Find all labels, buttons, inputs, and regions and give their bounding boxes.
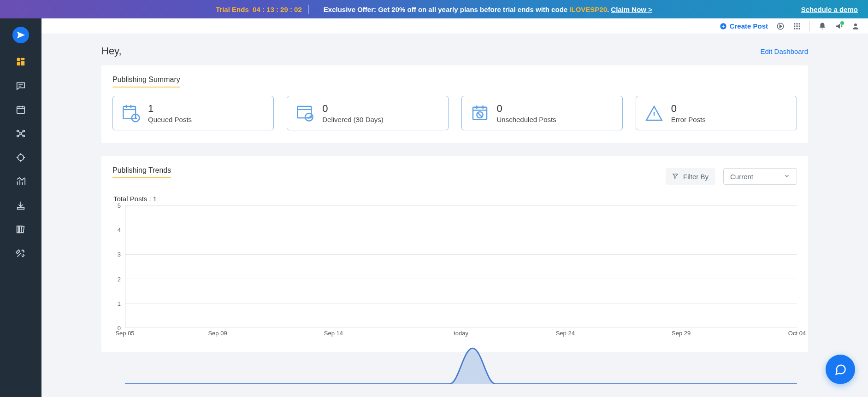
offer-text: Exclusive Offer: Get 20% off on all year…	[324, 6, 652, 13]
nav-library-icon[interactable]	[15, 224, 26, 235]
card-value: 0	[671, 103, 706, 115]
play-icon[interactable]	[776, 22, 785, 30]
promo-code: ILOVESP20	[569, 6, 607, 13]
greeting: Hey,	[101, 45, 122, 57]
y-tick: 3	[118, 251, 121, 258]
svg-point-9	[23, 130, 25, 132]
nav-network-icon[interactable]	[15, 128, 26, 139]
trends-chart: 012345 Sep 05Sep 09Sep 14todaySep 24Sep …	[113, 205, 797, 339]
svg-rect-14	[17, 226, 19, 233]
card-value: 0	[497, 103, 556, 115]
x-tick: today	[454, 330, 468, 337]
queued-posts-card[interactable]: 1Queued Posts	[112, 96, 274, 130]
svg-rect-19	[797, 23, 798, 24]
trial-countdown: 04 : 13 : 29 : 02	[253, 6, 302, 13]
summary-title: Publishing Summary	[112, 76, 180, 88]
svg-rect-3	[21, 58, 24, 60]
y-tick: 2	[118, 275, 121, 282]
nav-tools-icon[interactable]	[15, 248, 26, 259]
x-tick: Sep 09	[208, 330, 227, 337]
x-tick: Sep 14	[324, 330, 343, 337]
filter-by-button[interactable]: Filter By	[666, 168, 715, 185]
trial-banner: Trial Ends 04 : 13 : 29 : 02 Exclusive O…	[0, 0, 868, 18]
x-tick: Sep 29	[672, 330, 691, 337]
svg-rect-23	[799, 25, 800, 27]
svg-rect-4	[21, 61, 24, 65]
svg-rect-21	[794, 25, 795, 27]
announcement-icon[interactable]	[835, 22, 843, 30]
y-tick: 1	[118, 300, 121, 307]
x-tick: Sep 05	[115, 330, 134, 337]
card-label: Error Posts	[671, 116, 706, 123]
svg-rect-28	[123, 106, 136, 119]
topbar-divider	[809, 21, 810, 31]
trial-ends-label: Trial Ends 04 : 13 : 29 : 02	[216, 6, 302, 13]
nav-download-icon[interactable]	[15, 200, 26, 211]
publishing-trends-panel: Publishing Trends Filter By Current Tota…	[101, 156, 808, 352]
svg-rect-2	[17, 58, 20, 61]
claim-now-link[interactable]: Claim Now >	[611, 6, 652, 13]
svg-rect-13	[18, 208, 24, 210]
trends-title: Publishing Trends	[112, 166, 171, 178]
svg-rect-18	[794, 23, 795, 24]
nav-dashboard-icon[interactable]	[15, 56, 26, 67]
svg-point-12	[18, 155, 24, 161]
y-tick: 5	[118, 202, 121, 209]
svg-rect-30	[298, 106, 312, 118]
delivered-card[interactable]: 0Delivered (30 Days)	[287, 96, 448, 130]
card-label: Delivered (30 Days)	[322, 116, 384, 123]
schedule-demo-link[interactable]: Schedule a demo	[797, 6, 858, 13]
chevron-down-icon	[784, 173, 790, 181]
svg-rect-5	[17, 62, 20, 65]
app-logo[interactable]	[12, 27, 29, 43]
svg-point-10	[17, 135, 19, 137]
warning-icon	[644, 104, 664, 123]
unscheduled-card[interactable]: 0Unscheduled Posts	[461, 96, 623, 130]
sidebar	[0, 18, 41, 397]
apps-grid-icon[interactable]	[793, 22, 801, 30]
svg-point-8	[17, 130, 19, 132]
bell-icon[interactable]	[818, 22, 827, 30]
nav-analytics-icon[interactable]	[15, 176, 26, 187]
chat-fab[interactable]	[826, 355, 855, 384]
card-value: 0	[322, 103, 384, 115]
card-label: Queued Posts	[148, 116, 192, 123]
edit-dashboard-link[interactable]: Edit Dashboard	[761, 47, 808, 55]
profile-icon[interactable]	[851, 22, 860, 30]
svg-rect-6	[17, 107, 25, 114]
svg-rect-20	[799, 23, 800, 24]
svg-rect-24	[794, 28, 795, 29]
nav-target-icon[interactable]	[15, 152, 26, 163]
publishing-summary-panel: Publishing Summary 1Queued Posts 0Delive…	[101, 65, 808, 143]
filter-icon	[672, 173, 679, 181]
svg-point-11	[23, 135, 25, 137]
card-value: 1	[148, 103, 192, 115]
y-tick: 4	[118, 227, 121, 234]
browser-check-icon	[295, 104, 315, 123]
total-posts-label: Total Posts : 1	[113, 195, 797, 203]
svg-rect-26	[799, 28, 800, 29]
svg-rect-22	[797, 25, 798, 27]
period-select[interactable]: Current	[723, 168, 797, 185]
topbar: Create Post	[41, 18, 868, 34]
svg-point-27	[854, 23, 857, 26]
card-label: Unscheduled Posts	[497, 116, 556, 123]
error-posts-card[interactable]: 0Error Posts	[636, 96, 797, 130]
svg-point-7	[20, 133, 22, 134]
banner-separator	[308, 5, 309, 14]
calendar-clock-icon	[121, 104, 141, 123]
x-tick: Sep 24	[556, 330, 575, 337]
nav-calendar-icon[interactable]	[15, 104, 26, 115]
nav-messages-icon[interactable]	[15, 80, 26, 91]
svg-rect-25	[797, 28, 798, 29]
x-tick: Oct 04	[788, 330, 806, 337]
create-post-button[interactable]: Create Post	[720, 22, 768, 30]
calendar-blocked-icon	[470, 104, 490, 123]
